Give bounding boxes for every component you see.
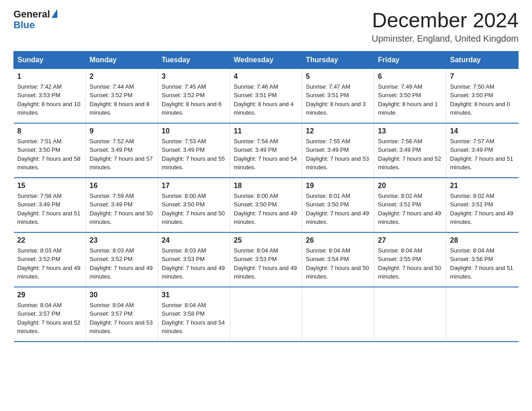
calendar-cell: 1 Sunrise: 7:42 AMSunset: 3:53 PMDayligh… [14,68,86,123]
day-info: Sunrise: 8:02 AMSunset: 3:51 PMDaylight:… [378,192,442,227]
calendar-cell: 9 Sunrise: 7:52 AMSunset: 3:49 PMDayligh… [86,123,158,178]
calendar-cell: 11 Sunrise: 7:54 AMSunset: 3:49 PMDaylig… [230,123,302,178]
day-info: Sunrise: 8:04 AMSunset: 3:58 PMDaylight:… [162,301,226,336]
column-header-tuesday: Tuesday [158,51,230,68]
day-number: 9 [90,127,154,135]
day-number: 24 [162,236,226,244]
calendar-cell [374,287,446,342]
calendar-cell [446,287,519,342]
calendar-cell: 16 Sunrise: 7:59 AMSunset: 3:49 PMDaylig… [86,178,158,232]
week-row-2: 8 Sunrise: 7:51 AMSunset: 3:50 PMDayligh… [14,123,519,178]
calendar-cell: 7 Sunrise: 7:50 AMSunset: 3:50 PMDayligh… [446,68,519,123]
day-info: Sunrise: 8:00 AMSunset: 3:50 PMDaylight:… [234,192,298,227]
day-info: Sunrise: 7:56 AMSunset: 3:49 PMDaylight:… [378,137,442,172]
day-number: 6 [378,73,442,81]
calendar-cell: 28 Sunrise: 8:04 AMSunset: 3:56 PMDaylig… [446,232,519,287]
day-info: Sunrise: 7:52 AMSunset: 3:49 PMDaylight:… [90,137,154,172]
day-number: 13 [378,127,442,135]
day-number: 29 [17,291,82,299]
day-info: Sunrise: 8:02 AMSunset: 3:51 PMDaylight:… [450,192,515,227]
day-info: Sunrise: 7:58 AMSunset: 3:49 PMDaylight:… [17,192,82,227]
day-number: 17 [162,182,226,190]
day-number: 18 [234,182,298,190]
calendar-cell: 3 Sunrise: 7:45 AMSunset: 3:52 PMDayligh… [158,68,230,123]
day-number: 11 [234,127,298,135]
day-info: Sunrise: 8:04 AMSunset: 3:55 PMDaylight:… [378,246,442,281]
day-number: 25 [234,236,298,244]
day-info: Sunrise: 7:54 AMSunset: 3:49 PMDaylight:… [234,137,298,172]
week-row-1: 1 Sunrise: 7:42 AMSunset: 3:53 PMDayligh… [14,68,519,123]
day-info: Sunrise: 8:04 AMSunset: 3:57 PMDaylight:… [90,301,154,336]
day-number: 31 [162,291,226,299]
day-number: 12 [306,127,370,135]
calendar-cell: 20 Sunrise: 8:02 AMSunset: 3:51 PMDaylig… [374,178,446,232]
column-header-monday: Monday [86,51,158,68]
day-number: 3 [162,73,226,81]
day-info: Sunrise: 8:04 AMSunset: 3:54 PMDaylight:… [306,246,370,281]
calendar-cell: 25 Sunrise: 8:04 AMSunset: 3:53 PMDaylig… [230,232,302,287]
calendar-cell: 22 Sunrise: 8:03 AMSunset: 3:52 PMDaylig… [14,232,86,287]
day-info: Sunrise: 7:44 AMSunset: 3:52 PMDaylight:… [90,82,154,117]
day-number: 14 [450,127,515,135]
day-number: 30 [90,291,154,299]
calendar-cell: 14 Sunrise: 7:57 AMSunset: 3:49 PMDaylig… [446,123,519,178]
column-header-wednesday: Wednesday [230,51,302,68]
calendar-cell: 24 Sunrise: 8:03 AMSunset: 3:53 PMDaylig… [158,232,230,287]
logo: General Blue [13,9,57,30]
calendar-cell: 26 Sunrise: 8:04 AMSunset: 3:54 PMDaylig… [302,232,374,287]
calendar-cell: 29 Sunrise: 8:04 AMSunset: 3:57 PMDaylig… [14,287,86,342]
day-info: Sunrise: 8:04 AMSunset: 3:56 PMDaylight:… [450,246,515,281]
day-info: Sunrise: 8:01 AMSunset: 3:50 PMDaylight:… [306,192,370,227]
calendar-cell: 23 Sunrise: 8:03 AMSunset: 3:52 PMDaylig… [86,232,158,287]
calendar-cell: 5 Sunrise: 7:47 AMSunset: 3:51 PMDayligh… [302,68,374,123]
calendar-cell: 6 Sunrise: 7:49 AMSunset: 3:50 PMDayligh… [374,68,446,123]
day-number: 5 [306,73,370,81]
column-header-friday: Friday [374,51,446,68]
day-info: Sunrise: 7:46 AMSunset: 3:51 PMDaylight:… [234,82,298,117]
calendar-cell: 27 Sunrise: 8:04 AMSunset: 3:55 PMDaylig… [374,232,446,287]
column-header-sunday: Sunday [14,51,86,68]
calendar-cell: 2 Sunrise: 7:44 AMSunset: 3:52 PMDayligh… [86,68,158,123]
calendar-cell: 4 Sunrise: 7:46 AMSunset: 3:51 PMDayligh… [230,68,302,123]
page-header: General Blue December 2024 Upminster, En… [13,9,519,44]
day-number: 10 [162,127,226,135]
day-number: 22 [17,236,82,244]
day-number: 2 [90,73,154,81]
day-number: 21 [450,182,515,190]
calendar-cell: 13 Sunrise: 7:56 AMSunset: 3:49 PMDaylig… [374,123,446,178]
day-number: 16 [90,182,154,190]
day-number: 15 [17,182,82,190]
calendar-cell: 30 Sunrise: 8:04 AMSunset: 3:57 PMDaylig… [86,287,158,342]
day-info: Sunrise: 7:59 AMSunset: 3:49 PMDaylight:… [90,192,154,227]
column-header-saturday: Saturday [446,51,519,68]
day-info: Sunrise: 7:49 AMSunset: 3:50 PMDaylight:… [378,82,442,117]
day-info: Sunrise: 7:47 AMSunset: 3:51 PMDaylight:… [306,82,370,117]
calendar-cell [302,287,374,342]
day-number: 26 [306,236,370,244]
day-info: Sunrise: 7:53 AMSunset: 3:49 PMDaylight:… [162,137,226,172]
calendar-cell: 18 Sunrise: 8:00 AMSunset: 3:50 PMDaylig… [230,178,302,232]
week-row-3: 15 Sunrise: 7:58 AMSunset: 3:49 PMDaylig… [14,178,519,232]
calendar-cell: 8 Sunrise: 7:51 AMSunset: 3:50 PMDayligh… [14,123,86,178]
week-row-4: 22 Sunrise: 8:03 AMSunset: 3:52 PMDaylig… [14,232,519,287]
day-number: 23 [90,236,154,244]
calendar-cell: 15 Sunrise: 7:58 AMSunset: 3:49 PMDaylig… [14,178,86,232]
day-info: Sunrise: 8:00 AMSunset: 3:50 PMDaylight:… [162,192,226,227]
day-number: 20 [378,182,442,190]
calendar-cell: 31 Sunrise: 8:04 AMSunset: 3:58 PMDaylig… [158,287,230,342]
day-info: Sunrise: 8:04 AMSunset: 3:57 PMDaylight:… [17,301,82,336]
calendar-cell [230,287,302,342]
day-info: Sunrise: 7:42 AMSunset: 3:53 PMDaylight:… [17,82,82,117]
calendar-table: SundayMondayTuesdayWednesdayThursdayFrid… [13,51,519,342]
logo-general: General [13,9,50,20]
day-info: Sunrise: 8:04 AMSunset: 3:53 PMDaylight:… [234,246,298,281]
day-info: Sunrise: 7:51 AMSunset: 3:50 PMDaylight:… [17,137,82,172]
calendar-cell: 17 Sunrise: 8:00 AMSunset: 3:50 PMDaylig… [158,178,230,232]
title-block: December 2024 Upminster, England, United… [372,9,519,44]
calendar-cell: 12 Sunrise: 7:55 AMSunset: 3:49 PMDaylig… [302,123,374,178]
week-row-5: 29 Sunrise: 8:04 AMSunset: 3:57 PMDaylig… [14,287,519,342]
day-number: 4 [234,73,298,81]
day-number: 27 [378,236,442,244]
day-info: Sunrise: 7:50 AMSunset: 3:50 PMDaylight:… [450,82,515,117]
day-info: Sunrise: 8:03 AMSunset: 3:52 PMDaylight:… [17,246,82,281]
